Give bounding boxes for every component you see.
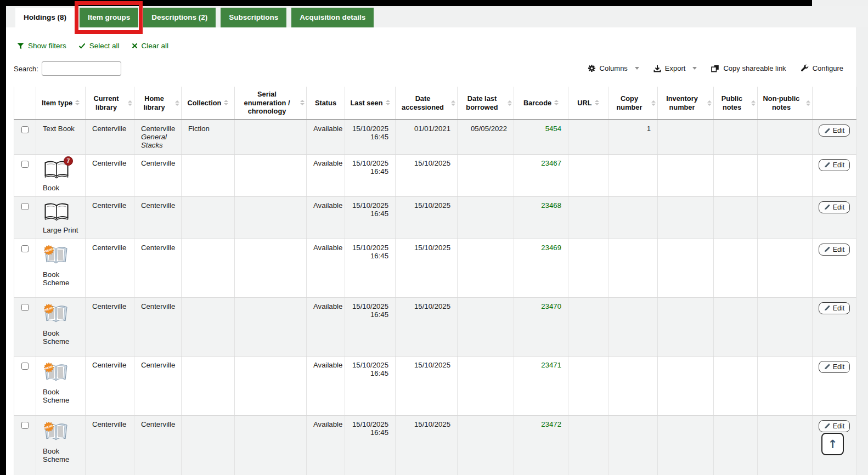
sort-icon xyxy=(751,100,756,106)
barcode-cell: 23471 xyxy=(514,356,568,415)
header-barcode[interactable]: Barcode xyxy=(514,87,568,120)
pencil-icon xyxy=(824,204,830,210)
home-library-cell: Centerville xyxy=(134,415,182,475)
tab-bar: Holdings (8) Item groups Descriptions (2… xyxy=(6,6,868,27)
inventory-number-cell xyxy=(658,154,714,196)
copy-number-cell xyxy=(608,415,658,475)
date-accessioned-cell: 01/01/2021 xyxy=(396,120,458,154)
header-copy-number[interactable]: Copy number xyxy=(608,87,658,120)
barcode-link[interactable]: 23467 xyxy=(541,159,561,167)
serial-enumeration-cell xyxy=(235,415,307,475)
header-collection[interactable]: Collection xyxy=(182,87,235,120)
barcode-link[interactable]: 23468 xyxy=(541,201,561,210)
header-non-public-notes[interactable]: Non-public notes xyxy=(758,87,813,120)
table-row: NEW! Book Scheme Centerville Centerville… xyxy=(14,297,856,356)
collection-cell xyxy=(182,196,235,239)
edit-cell: Edit xyxy=(813,154,856,196)
tab-holdings[interactable]: Holdings (8) xyxy=(15,8,75,27)
url-cell xyxy=(568,196,608,239)
url-cell xyxy=(568,356,608,415)
copy-shareable-link-button[interactable]: Copy shareable link xyxy=(711,64,786,72)
header-date-accessioned[interactable]: Date accessioned xyxy=(396,87,458,120)
select-all-link[interactable]: Select all xyxy=(78,42,120,50)
edit-button[interactable]: Edit xyxy=(819,361,850,373)
copy-icon xyxy=(711,65,719,72)
barcode-cell: 23468 xyxy=(514,196,568,239)
header-current-library[interactable]: Current library xyxy=(86,87,134,120)
row-checkbox[interactable] xyxy=(21,363,29,370)
edit-button[interactable]: Edit xyxy=(819,159,850,171)
show-filters-link[interactable]: Show filters xyxy=(17,42,66,50)
last-seen-cell: 15/10/2025 16:45 xyxy=(345,415,396,475)
barcode-link[interactable]: 23469 xyxy=(541,244,561,252)
table-row: NEW! Large Print Centerville Centerville… xyxy=(14,196,856,239)
header-public-notes[interactable]: Public notes xyxy=(714,87,758,120)
header-url[interactable]: URL xyxy=(568,87,608,120)
header-serial-enumeration[interactable]: Serial enumeration / chronology xyxy=(235,87,307,120)
barcode-link[interactable]: 23472 xyxy=(541,420,561,428)
edit-button[interactable]: Edit xyxy=(819,244,850,256)
header-home-library[interactable]: Home library xyxy=(134,87,182,120)
pencil-icon xyxy=(824,423,830,429)
tab-subscriptions[interactable]: Subscriptions xyxy=(221,8,286,27)
status-cell: Available xyxy=(307,297,345,356)
table-row: 7 xyxy=(14,154,856,196)
x-icon xyxy=(132,43,138,49)
item-type-label: Large Print xyxy=(43,226,78,234)
edit-button[interactable]: Edit xyxy=(819,125,850,137)
configure-button[interactable]: Configure xyxy=(801,64,843,72)
book-new-icon: NEW! xyxy=(44,303,68,327)
clear-all-link[interactable]: Clear all xyxy=(132,42,169,50)
row-checkbox[interactable] xyxy=(21,422,29,429)
current-library-cell: Centerville xyxy=(86,297,134,356)
header-item-type[interactable]: Item type xyxy=(36,87,86,120)
item-type-label: Text Book xyxy=(43,125,75,133)
row-checkbox[interactable] xyxy=(21,126,29,133)
back-to-top-button[interactable]: ↑ xyxy=(821,433,844,455)
caret-down-icon[interactable] xyxy=(692,67,697,70)
public-notes-cell xyxy=(714,239,758,297)
home-library-cell: Centerville xyxy=(134,356,182,415)
barcode-link[interactable]: 23471 xyxy=(541,361,561,369)
barcode-link[interactable]: 23470 xyxy=(541,302,561,310)
row-checkbox[interactable] xyxy=(21,203,29,210)
copy-number-cell xyxy=(608,239,658,297)
non-public-notes-cell xyxy=(758,120,813,154)
tab-item-groups[interactable]: Item groups xyxy=(80,8,138,27)
home-library-cell: Centerville xyxy=(134,196,182,239)
tab-descriptions[interactable]: Descriptions (2) xyxy=(143,8,216,27)
non-public-notes-cell xyxy=(758,415,813,475)
row-checkbox[interactable] xyxy=(21,161,29,168)
edit-button[interactable]: Edit xyxy=(819,302,850,314)
sort-icon xyxy=(806,100,810,106)
public-notes-cell xyxy=(714,120,758,154)
check-icon xyxy=(78,43,86,49)
url-cell xyxy=(568,239,608,297)
search-input[interactable] xyxy=(42,61,121,76)
row-checkbox[interactable] xyxy=(21,245,29,252)
edit-button[interactable]: Edit xyxy=(819,201,850,213)
barcode-cell: 23470 xyxy=(514,297,568,356)
item-type-label: Book Scheme xyxy=(43,447,78,463)
header-date-last-borrowed[interactable]: Date last borrowed xyxy=(458,87,514,120)
current-library-cell: Centerville xyxy=(86,415,134,475)
edit-button[interactable]: Edit xyxy=(819,420,850,432)
public-notes-cell xyxy=(714,196,758,239)
export-button[interactable]: Export xyxy=(653,64,697,72)
inventory-number-cell xyxy=(658,356,714,415)
columns-button[interactable]: Columns xyxy=(588,64,639,72)
sort-icon xyxy=(651,100,656,106)
tab-acquisition-details[interactable]: Acquisition details xyxy=(291,8,374,27)
header-inventory-number[interactable]: Inventory number xyxy=(658,87,714,120)
barcode-link[interactable]: 5454 xyxy=(545,125,561,133)
edit-cell: Edit xyxy=(813,120,856,154)
header-last-seen[interactable]: Last seen xyxy=(345,87,396,120)
sort-icon xyxy=(175,100,179,106)
serial-enumeration-cell xyxy=(235,356,307,415)
caret-down-icon[interactable] xyxy=(635,67,639,70)
public-notes-cell xyxy=(714,297,758,356)
header-status[interactable]: Status xyxy=(307,87,345,120)
non-public-notes-cell xyxy=(758,154,813,196)
wrench-icon xyxy=(801,64,809,72)
row-checkbox[interactable] xyxy=(21,304,29,311)
